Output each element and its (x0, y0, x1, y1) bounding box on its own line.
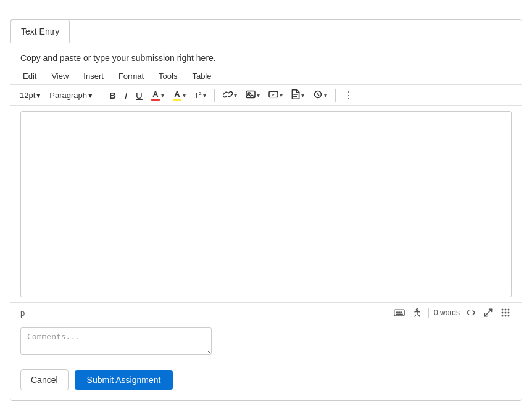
document-icon (291, 89, 300, 101)
link-icon (223, 90, 233, 101)
editor-content[interactable] (21, 112, 511, 297)
highlight-color-icon: A (173, 90, 181, 101)
editor-container: Text Entry Copy and paste or type your s… (10, 19, 522, 401)
menu-table[interactable]: Table (189, 70, 214, 82)
svg-point-20 (505, 312, 507, 314)
menu-edit[interactable]: Edit (20, 70, 39, 82)
status-bar-icons: 0 words (393, 307, 512, 319)
svg-rect-3 (269, 97, 278, 98)
menu-insert[interactable]: Insert (81, 70, 106, 82)
svg-point-18 (508, 309, 510, 311)
italic-button[interactable]: I (122, 88, 130, 102)
comments-input[interactable] (20, 327, 212, 355)
outer-container: Text Entry Copy and paste or type your s… (0, 0, 532, 420)
tab-text-entry[interactable]: Text Entry (10, 20, 70, 43)
text-format-chevron-icon: ▾ (203, 92, 206, 99)
font-color-chevron-icon: ▾ (161, 92, 164, 99)
svg-point-24 (508, 315, 510, 317)
menu-bar: Edit View Insert Format Tools Table (10, 68, 522, 85)
status-bar: p (10, 302, 522, 323)
toolbar-separator-3 (335, 89, 336, 102)
media-icon (268, 90, 278, 101)
menu-view[interactable]: View (49, 70, 71, 82)
special-chars-icon (313, 90, 323, 101)
font-color-icon: A (151, 90, 160, 101)
toolbar-separator-1 (101, 89, 101, 102)
cancel-button[interactable]: Cancel (20, 369, 69, 390)
font-size-button[interactable]: 12pt ▾ (17, 89, 44, 101)
svg-point-19 (502, 312, 504, 314)
submit-assignment-button[interactable]: Submit Assignment (75, 370, 173, 390)
image-chevron-icon: ▾ (257, 92, 260, 99)
bold-button[interactable]: B (106, 88, 119, 102)
svg-point-17 (505, 309, 507, 311)
svg-point-22 (502, 315, 504, 317)
editor-path: p (20, 308, 25, 318)
text-format-button[interactable]: T2 ▾ (191, 89, 209, 102)
keyboard-icon[interactable] (393, 307, 406, 318)
document-button[interactable]: ▾ (288, 88, 307, 103)
image-icon (246, 90, 256, 101)
more-options-icon: ⋮ (344, 90, 354, 101)
image-button[interactable]: ▾ (243, 88, 263, 102)
more-options-button[interactable]: ⋮ (341, 88, 357, 103)
comments-area (10, 323, 522, 364)
tabs-bar: Text Entry (10, 20, 522, 43)
font-size-chevron-icon: ▾ (36, 91, 41, 100)
menu-tools[interactable]: Tools (156, 70, 180, 82)
superscript-icon: T2 (194, 91, 202, 100)
expand-icon[interactable] (482, 307, 494, 319)
underline-button[interactable]: U (133, 88, 146, 102)
status-separator-1 (428, 308, 429, 318)
hint-text: Copy and paste or type your submission r… (10, 43, 522, 68)
menu-format[interactable]: Format (116, 70, 146, 82)
svg-point-16 (502, 309, 504, 311)
special-chars-button[interactable]: ▾ (310, 88, 330, 102)
highlight-color-button[interactable]: A ▾ (170, 88, 189, 102)
svg-point-23 (505, 315, 507, 317)
editor-area[interactable] (20, 111, 512, 297)
font-color-button[interactable]: A ▾ (148, 88, 167, 102)
special-chars-chevron-icon: ▾ (324, 92, 327, 99)
svg-point-21 (508, 312, 510, 314)
link-button[interactable]: ▾ (220, 88, 240, 102)
toolbar-separator-2 (214, 89, 215, 102)
media-button[interactable]: ▾ (265, 88, 286, 102)
accessibility-icon[interactable] (411, 307, 423, 319)
action-buttons: Cancel Submit Assignment (10, 364, 522, 400)
toolbar: 12pt ▾ Paragraph ▾ B I U (10, 85, 522, 106)
paragraph-chevron-icon: ▾ (88, 91, 93, 100)
highlight-color-chevron-icon: ▾ (183, 92, 186, 99)
link-chevron-icon: ▾ (234, 92, 237, 99)
grid-options-icon[interactable] (499, 307, 512, 319)
svg-point-15 (416, 309, 418, 311)
paragraph-style-button[interactable]: Paragraph ▾ (46, 89, 96, 101)
code-view-icon[interactable] (465, 307, 477, 318)
document-chevron-icon: ▾ (301, 92, 304, 99)
word-count: 0 words (434, 308, 460, 317)
media-chevron-icon: ▾ (280, 92, 283, 99)
